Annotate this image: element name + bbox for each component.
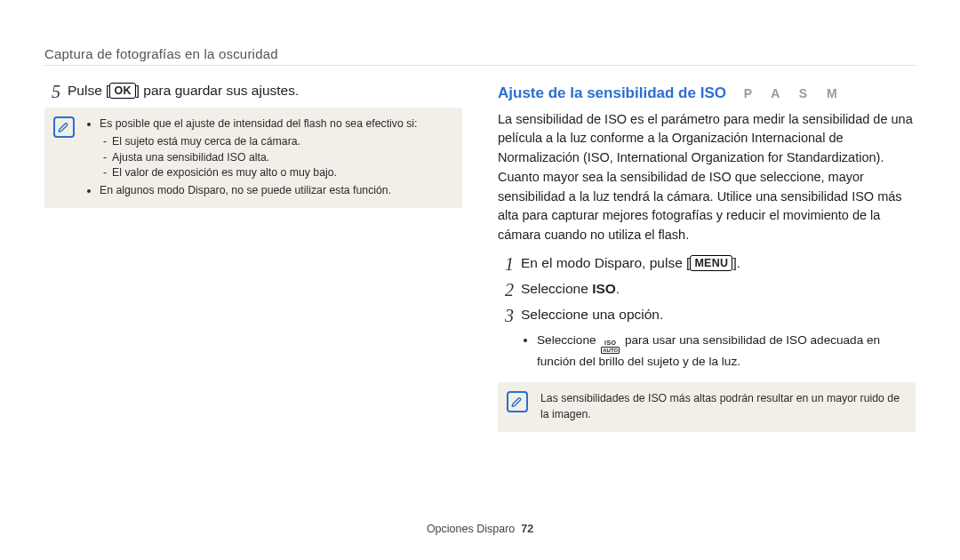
page-footer: Opciones Disparo 72: [0, 523, 960, 535]
footer-label: Opciones Disparo: [427, 523, 515, 535]
info-note-right: Las sensibilidades de ISO más altas podr…: [498, 382, 916, 432]
text: Seleccione: [521, 281, 592, 296]
manual-page: Captura de fotografías en la oscuridad 5…: [0, 0, 960, 560]
step-body: Pulse [OK] para guardar sus ajustes.: [68, 82, 462, 100]
note-icon: [507, 391, 528, 412]
text: En el modo Disparo, pulse [: [521, 255, 690, 270]
step-body: Seleccione una opción.: [521, 306, 916, 324]
note-subitem: El valor de exposición es muy alto o muy…: [103, 165, 450, 181]
text: ] para guardar sus ajustes.: [136, 83, 300, 98]
section-header: Ajuste de la sensibilidad de ISO P A S M: [498, 82, 916, 105]
note-item: Es posible que el ajuste de intensidad d…: [100, 116, 450, 181]
text: Pulse [: [68, 83, 109, 98]
iso-auto-icon: ISOAUTO: [601, 340, 620, 354]
ok-key-icon: OK: [109, 83, 135, 99]
step-number: 2: [498, 280, 514, 300]
list-item: Seleccione ISOAUTO para usar una sensibi…: [537, 332, 916, 371]
step-body: En el modo Disparo, pulse [MENU].: [521, 254, 916, 273]
text: .: [616, 281, 620, 296]
left-column: 5 Pulse [OK] para guardar sus ajustes. E…: [44, 82, 462, 432]
section-heading: Ajuste de la sensibilidad de ISO: [498, 84, 726, 101]
info-note-left: Es posible que el ajuste de intensidad d…: [44, 108, 462, 208]
step-3: 3 Seleccione una opción.: [498, 306, 916, 326]
bold-text: ISO: [592, 281, 616, 296]
step-1: 1 En el modo Disparo, pulse [MENU].: [498, 254, 916, 275]
divider: [44, 65, 916, 66]
two-column-layout: 5 Pulse [OK] para guardar sus ajustes. E…: [44, 82, 916, 432]
intro-paragraph: La sensibilidad de ISO es el parámetro p…: [498, 110, 916, 245]
note-subitem: Ajusta una sensibilidad ISO alta.: [103, 150, 450, 166]
note-list: Es posible que el ajuste de intensidad d…: [87, 116, 450, 199]
right-column: Ajuste de la sensibilidad de ISO P A S M…: [498, 82, 916, 432]
icon-label-top: ISO: [604, 340, 617, 346]
mode-tags: P A S M: [744, 86, 845, 100]
note-subitem: El sujeto está muy cerca de la cámara.: [103, 134, 450, 150]
chapter-title: Captura de fotografías en la oscuridad: [44, 46, 916, 61]
step-body: Seleccione ISO.: [521, 280, 916, 299]
note-item: En algunos modo Disparo, no se puede uti…: [100, 183, 450, 199]
step-number: 5: [44, 82, 60, 102]
menu-key-icon: MENU: [690, 255, 732, 271]
text: Seleccione: [537, 333, 599, 347]
note-text: Las sensibilidades de ISO más altas podr…: [540, 391, 903, 423]
text: ].: [732, 255, 740, 270]
step-5: 5 Pulse [OK] para guardar sus ajustes.: [44, 82, 462, 102]
step3-sublist: Seleccione ISOAUTO para usar una sensibi…: [498, 332, 916, 371]
step-2: 2 Seleccione ISO.: [498, 280, 916, 300]
icon-label-bottom: AUTO: [601, 347, 620, 354]
note-icon: [53, 116, 75, 138]
step-number: 3: [498, 306, 514, 326]
step-number: 1: [498, 254, 514, 275]
page-number: 72: [521, 523, 533, 535]
text: Es posible que el ajuste de intensidad d…: [100, 117, 418, 130]
